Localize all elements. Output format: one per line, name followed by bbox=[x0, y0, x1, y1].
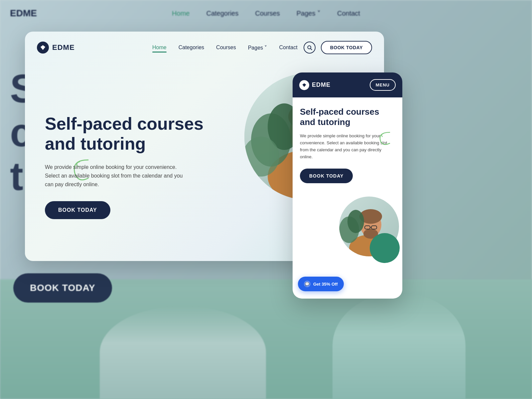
desktop-nav-links: Home Categories Courses Pages Contact bbox=[152, 45, 298, 51]
desktop-nav-pages[interactable]: Pages bbox=[248, 45, 267, 51]
bg-nav-contact: Contact bbox=[337, 10, 360, 17]
chat-button-label: Get 35% Off bbox=[313, 282, 338, 287]
mobile-logo-text: EDME bbox=[312, 81, 331, 88]
desktop-hero-description: We provide simple online booking for you… bbox=[45, 163, 185, 189]
desktop-navbar: EDME Home Categories Courses Pages Conta… bbox=[25, 32, 384, 64]
mobile-logo: EDME bbox=[299, 80, 331, 90]
diamond-svg bbox=[40, 45, 46, 51]
chat-bubble-icon: 💬 bbox=[304, 281, 311, 287]
mobile-hero-title: Self-paced courses and tutoring bbox=[300, 107, 395, 127]
bg-nav-home: Home bbox=[172, 10, 190, 17]
desktop-hero-title: Self-paced courses and tutoring bbox=[45, 114, 218, 154]
mobile-navbar: EDME MENU bbox=[293, 72, 402, 97]
mobile-logo-diamond-icon bbox=[299, 80, 309, 90]
chat-float-button[interactable]: 💬 Get 35% Off bbox=[298, 277, 344, 291]
mobile-hero-cta-button[interactable]: BOOK TODAY bbox=[300, 169, 353, 183]
desktop-hero-cta-button[interactable]: BOOK TODAY bbox=[45, 201, 110, 219]
svg-marker-0 bbox=[41, 45, 45, 50]
svg-point-1 bbox=[308, 46, 311, 49]
svg-point-24 bbox=[347, 210, 364, 233]
bg-nav-pages: Pages ˅ bbox=[297, 9, 321, 17]
bg-nav-items: Home Categories Courses Pages ˅ Contact bbox=[172, 9, 360, 17]
desktop-logo: EDME bbox=[37, 42, 75, 54]
search-icon[interactable] bbox=[304, 42, 316, 54]
desktop-nav-home[interactable]: Home bbox=[152, 45, 167, 51]
mobile-curl-decoration bbox=[376, 131, 393, 147]
desktop-book-today-button[interactable]: BOOK TODAY bbox=[321, 41, 372, 54]
svg-point-12 bbox=[244, 137, 279, 177]
bg-book-today-button[interactable]: BOOK TODAY bbox=[13, 273, 112, 303]
svg-line-2 bbox=[311, 49, 312, 50]
desktop-nav-courses[interactable]: Courses bbox=[216, 45, 236, 51]
svg-marker-15 bbox=[302, 83, 306, 87]
mobile-hero: Self-paced courses and tutoring We provi… bbox=[293, 97, 402, 190]
bg-navbar: EDME Home Categories Courses Pages ˅ Con… bbox=[0, 0, 532, 27]
mobile-image-area bbox=[293, 193, 402, 266]
desktop-logo-text: EDME bbox=[52, 43, 75, 52]
mobile-menu-button[interactable]: MENU bbox=[370, 79, 396, 91]
desktop-nav-categories[interactable]: Categories bbox=[179, 45, 204, 51]
mobile-card: EDME MENU Self-paced courses and tutorin… bbox=[293, 72, 402, 299]
desktop-hero-text: Self-paced courses and tutoring We provi… bbox=[45, 114, 218, 219]
desktop-nav-contact[interactable]: Contact bbox=[279, 45, 298, 51]
bg-bottom-person bbox=[332, 293, 466, 399]
mobile-diamond-svg bbox=[302, 83, 307, 87]
bg-logo: EDME bbox=[10, 8, 37, 19]
bg-nav-courses: Courses bbox=[255, 10, 280, 17]
bg-nav-categories: Categories bbox=[206, 10, 238, 17]
bg-bottom-hands bbox=[100, 306, 266, 399]
logo-diamond-icon bbox=[37, 42, 49, 54]
mobile-green-arc bbox=[370, 233, 400, 263]
